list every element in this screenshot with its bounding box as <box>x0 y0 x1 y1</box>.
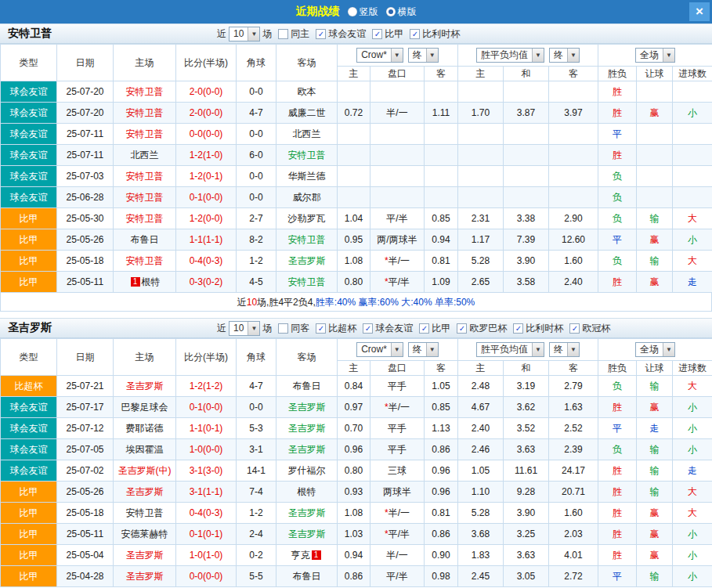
score-cell: 0-1(0-1) <box>176 524 237 545</box>
goals-result-cell <box>673 187 712 208</box>
home-team-cell: 安特卫普 <box>114 208 176 229</box>
section-header: 圣吉罗斯 近10▼场同客✓比超杯✓球会友谊✓比甲✓欧罗巴杯✓比利时杯✓欧冠杯 <box>0 318 712 338</box>
competition-filter[interactable]: ✓球会友谊 <box>363 322 413 335</box>
away-team-cell: 安特卫普 <box>276 272 338 293</box>
date-cell: 25-07-12 <box>57 418 114 439</box>
date-cell: 25-05-04 <box>57 545 114 566</box>
odds-home-cell: 0.96 <box>338 439 370 460</box>
view-option-unselected[interactable]: 竖版 <box>340 5 378 19</box>
away-team-cell: 沙勒罗瓦 <box>276 208 338 229</box>
team-name-text: 埃因霍温 <box>126 444 164 455</box>
odds-away-cell: 0.85 <box>425 397 458 418</box>
avg-home-cell: 3.68 <box>458 524 504 545</box>
team-name-text: 安特卫普 <box>126 507 164 518</box>
competition-filter[interactable]: ✓比甲 <box>419 322 450 335</box>
checkbox-icon[interactable] <box>278 29 288 39</box>
date-cell: 25-05-26 <box>57 229 114 251</box>
team-section-antwerp: 安特卫普 近10▼场同主✓球会友谊✓比甲✓比利时杯 类型日期主场比分(半场)角球… <box>0 23 712 312</box>
home-team-cell: 圣吉罗斯(中) <box>114 460 176 482</box>
checkbox-icon[interactable]: ✓ <box>419 323 429 334</box>
odds-away-cell <box>425 124 458 145</box>
chevron-down-icon: ▼ <box>248 322 259 335</box>
recent-count-dropdown[interactable]: 10▼ <box>229 321 260 336</box>
avg-draw-cell: 3.87 <box>504 103 549 124</box>
competition-filter[interactable]: ✓比利时杯 <box>410 27 460 41</box>
away-team-cell: 罗什福尔 <box>276 460 338 482</box>
team-name-text: 巴黎足球会 <box>121 402 168 413</box>
chevron-down-icon: ▼ <box>663 49 674 62</box>
team-name-text: 华斯兰德 <box>288 171 326 182</box>
checkbox-icon[interactable]: ✓ <box>316 323 326 334</box>
away-team-cell: 欧本 <box>276 81 338 103</box>
date-cell: 25-07-20 <box>57 103 114 124</box>
scope-dropdown-value: 全场 <box>636 343 663 356</box>
competition-filter[interactable]: ✓欧冠杯 <box>569 322 610 335</box>
bookmaker-dropdown-value: Crow* <box>357 343 391 356</box>
scope-dropdown[interactable]: 全场▼ <box>635 342 675 357</box>
avg-away-cell: 2.90 <box>549 208 598 229</box>
odds-stage-dropdown[interactable]: 终▼ <box>408 48 439 63</box>
handicap-result-cell: 赢 <box>637 272 673 293</box>
competition-filter[interactable]: ✓比超杯 <box>316 322 356 335</box>
odds-line-cell: 平/半 <box>370 208 425 229</box>
table-head: 类型日期主场比分(半场)角球客场Crow*▼终▼胜平负均值▼终▼全场▼主盘口客主… <box>1 339 712 376</box>
score-cell: 3-1(1-1) <box>176 482 237 503</box>
team-name-text: 亨克 <box>291 550 310 561</box>
column-header: 进球数 <box>673 361 712 376</box>
competition-filter[interactable]: ✓比甲 <box>372 27 403 41</box>
score-cell: 0-3(0-2) <box>176 272 237 293</box>
avg-stage-dropdown[interactable]: 终▼ <box>549 342 580 357</box>
column-header: 客 <box>425 361 458 376</box>
competition-filter[interactable]: ✓比利时杯 <box>513 322 563 335</box>
competition-filter[interactable]: ✓欧罗巴杯 <box>457 322 507 335</box>
score-cell: 0-1(0-0) <box>176 397 237 418</box>
bookmaker-dropdown[interactable]: Crow*▼ <box>356 48 403 63</box>
odds-home-cell: 0.70 <box>338 418 370 439</box>
away-team-cell: 根特 <box>276 482 338 503</box>
odds-away-cell: 0.81 <box>425 503 458 524</box>
checkbox-icon[interactable]: ✓ <box>457 323 467 334</box>
checkbox-icon[interactable] <box>278 323 288 334</box>
date-cell: 25-07-20 <box>57 81 114 103</box>
line-text: 平/半 <box>389 276 410 287</box>
avg-stage-dropdown[interactable]: 终▼ <box>549 48 580 63</box>
checkbox-icon[interactable]: ✓ <box>363 323 373 334</box>
checkbox-icon[interactable]: ✓ <box>513 323 523 334</box>
odds-line-cell <box>370 145 425 166</box>
column-header: 客 <box>549 67 598 81</box>
competition-filter[interactable]: ✓球会友谊 <box>316 27 366 41</box>
match-row: 球会友谊25-07-05埃因霍温1-0(0-0)3-1圣吉罗斯0.96平手0.8… <box>1 439 712 460</box>
checkbox-icon[interactable]: ✓ <box>316 29 326 39</box>
team-name-text: 圣吉罗斯 <box>126 486 164 497</box>
checkbox-icon[interactable]: ✓ <box>372 29 382 39</box>
avg-dropdown-value: 胜平负均值 <box>477 343 532 356</box>
line-text: 半/一 <box>389 255 410 266</box>
odds-away-cell: 0.86 <box>425 524 458 545</box>
odds-away-cell: 1.09 <box>425 272 458 293</box>
team-name-text: 安特卫普 <box>126 107 164 118</box>
close-button[interactable]: × <box>689 2 710 21</box>
away-team-cell: 安特卫普 <box>276 145 338 166</box>
team-name-text: 安特卫普 <box>126 255 164 266</box>
competition-filter[interactable]: 同客 <box>278 322 309 335</box>
summary-segment: 场,胜4平2负4, <box>257 297 316 308</box>
summary-row: 近10场,胜4平2负4,胜率:40% 赢率:60% 大:40% 单率:50% <box>0 293 712 312</box>
scope-dropdown[interactable]: 全场▼ <box>635 48 675 63</box>
checkbox-icon[interactable]: ✓ <box>410 29 420 39</box>
odds-line-cell: 两球半 <box>370 482 425 503</box>
checkbox-icon[interactable]: ✓ <box>569 323 580 334</box>
odds-home-cell <box>338 145 370 166</box>
competition-filter[interactable]: 同主 <box>278 27 309 41</box>
avg-dropdown[interactable]: 胜平负均值▼ <box>476 342 544 357</box>
odds-home-cell <box>338 187 370 208</box>
view-option-selected[interactable]: 横版 <box>378 5 417 19</box>
avg-dropdown[interactable]: 胜平负均值▼ <box>476 48 544 63</box>
recent-count-dropdown[interactable]: 10▼ <box>229 27 260 41</box>
goals-result-cell: 小 <box>673 566 712 587</box>
odds-away-cell: 0.96 <box>425 482 458 503</box>
odds-line-cell: *平/半 <box>370 272 425 293</box>
bookmaker-dropdown[interactable]: Crow*▼ <box>356 342 403 357</box>
odds-stage-dropdown[interactable]: 终▼ <box>408 342 439 357</box>
avg-home-cell: 5.28 <box>458 251 504 272</box>
column-header: 主 <box>458 67 504 81</box>
